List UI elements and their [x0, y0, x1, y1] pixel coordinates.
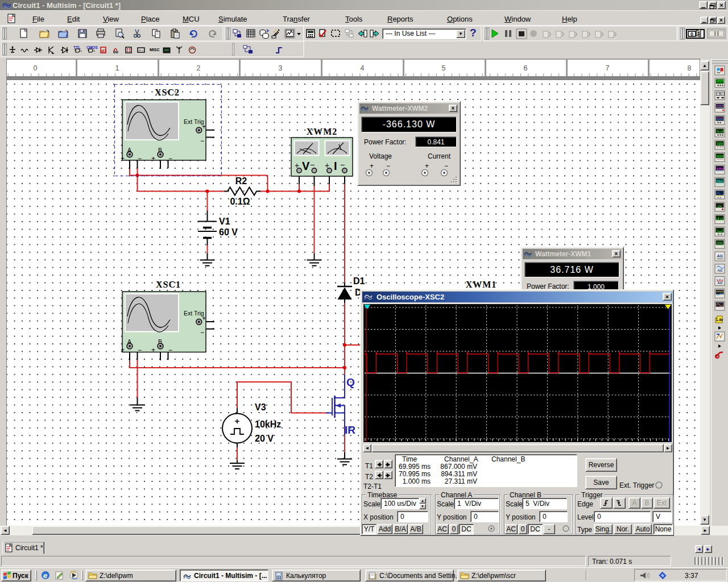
svg-text:XWM2: XWM2	[307, 127, 338, 136]
svg-text:−: −	[138, 346, 142, 354]
svg-text:B: B	[158, 147, 162, 153]
svg-text:20 V: 20 V	[255, 434, 274, 443]
svg-text:123: 123	[717, 142, 723, 146]
svg-text:−: −	[200, 137, 204, 145]
svg-text:+: +	[151, 346, 155, 354]
svg-text:A: A	[127, 147, 131, 153]
svg-text:XSC2: XSC2	[155, 88, 180, 97]
svg-text:Q: Q	[346, 376, 355, 388]
svg-text:0.1Ω: 0.1Ω	[230, 197, 250, 206]
svg-text:AG: AG	[718, 269, 723, 272]
svg-text:A: A	[127, 338, 131, 345]
svg-text:R2: R2	[235, 176, 247, 186]
svg-text:AG: AG	[717, 254, 723, 258]
svg-text:I: I	[334, 160, 337, 172]
svg-text:−: −	[168, 155, 172, 163]
svg-text:B: B	[158, 338, 162, 345]
svg-text:+: +	[202, 314, 206, 322]
svg-text:+: +	[121, 346, 125, 354]
svg-text:D1: D1	[353, 276, 365, 286]
svg-text:−: −	[138, 155, 142, 163]
svg-text:.04: .04	[717, 205, 722, 208]
svg-text:Ext Trig: Ext Trig	[184, 118, 204, 125]
svg-text:+: +	[151, 155, 155, 163]
svg-text:10kHz: 10kHz	[255, 419, 281, 429]
svg-text:+: +	[202, 123, 206, 131]
svg-text:IR: IR	[345, 424, 355, 436]
svg-text:1010: 1010	[717, 155, 723, 158]
svg-text:V: V	[302, 160, 310, 172]
svg-text:+: +	[235, 416, 240, 426]
svg-text:V1: V1	[219, 217, 230, 226]
svg-text:−: −	[200, 329, 204, 336]
svg-text:1.4v: 1.4v	[716, 318, 723, 322]
svg-text:XWM1: XWM1	[466, 280, 497, 289]
svg-text:XSC1: XSC1	[156, 280, 181, 289]
svg-text:Ch1: Ch1	[717, 180, 723, 183]
svg-text:+: +	[121, 155, 125, 163]
svg-text:e: e	[43, 571, 47, 580]
svg-text:V3: V3	[255, 402, 266, 412]
svg-text:Ext Trig: Ext Trig	[184, 310, 204, 317]
svg-text:−: −	[168, 346, 172, 354]
svg-text:AG: AG	[718, 281, 723, 285]
svg-text:60 V: 60 V	[219, 227, 238, 237]
